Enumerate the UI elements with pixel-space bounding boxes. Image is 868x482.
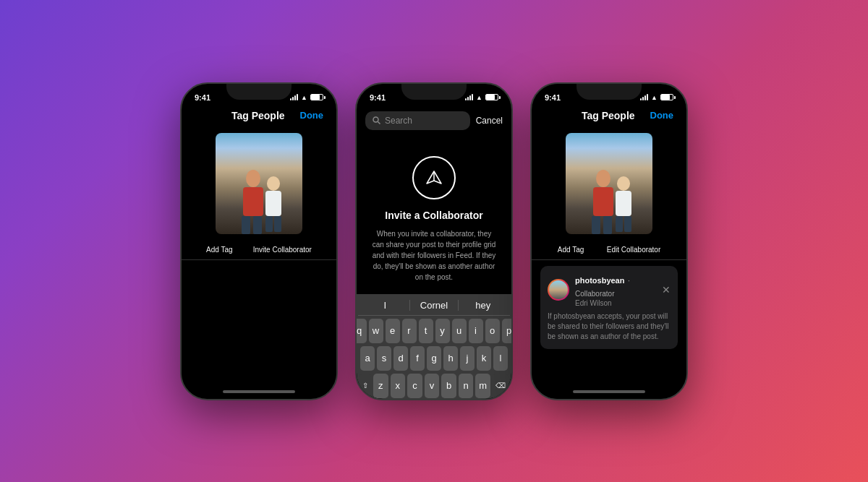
close-button[interactable]: ✕ — [662, 284, 671, 296]
search-input-wrap[interactable]: Search — [365, 111, 470, 130]
invite-collaborator-button-1[interactable]: Invite Collaborator — [253, 246, 312, 254]
svg-rect-6 — [265, 191, 281, 216]
content-area-1 — [182, 260, 336, 384]
key-h[interactable]: h — [443, 346, 458, 371]
nav-done-3[interactable]: Done — [650, 110, 674, 121]
key-n[interactable]: n — [459, 374, 474, 398]
search-bar: Search Cancel — [357, 107, 511, 134]
key-z[interactable]: z — [373, 374, 388, 398]
key-i[interactable]: i — [469, 319, 483, 343]
wifi-icon-3: ▲ — [651, 94, 658, 101]
svg-rect-8 — [274, 216, 281, 232]
svg-point-14 — [596, 170, 610, 187]
key-r[interactable]: r — [402, 319, 417, 343]
collab-avatar — [548, 279, 569, 301]
photo-people-svg — [216, 158, 302, 234]
key-row-1: q w e r t y u i o p — [358, 319, 510, 343]
svg-rect-7 — [265, 216, 273, 232]
svg-point-18 — [617, 176, 630, 191]
key-shift[interactable]: ⇧ — [359, 374, 371, 398]
status-icons-2: ▲ — [465, 94, 498, 101]
phone-1: 9:41 ▲ Tag People — [180, 82, 338, 400]
invite-collab-area: Invite a Collaborator When you invite a … — [357, 134, 511, 294]
key-row-3: ⇧ z x c v b n m ⌫ — [358, 374, 510, 398]
key-s[interactable]: s — [377, 346, 391, 371]
wifi-icon-1: ▲ — [301, 94, 307, 101]
photo-figures-3 — [566, 158, 652, 234]
phone-1-screen: 9:41 ▲ Tag People — [182, 84, 336, 399]
key-o[interactable]: o — [485, 319, 500, 343]
predictive-row: I Cornel hey — [358, 297, 510, 316]
send-icon — [424, 168, 444, 188]
status-time-2: 9:41 — [370, 93, 386, 102]
predict-word-1[interactable]: I — [361, 300, 409, 311]
key-delete[interactable]: ⌫ — [493, 374, 509, 398]
key-row-2: a s d f g h j k l — [358, 346, 510, 371]
key-t[interactable]: t — [419, 319, 433, 343]
wifi-icon-2: ▲ — [476, 94, 482, 101]
key-f[interactable]: f — [410, 346, 425, 371]
key-e[interactable]: e — [386, 319, 400, 343]
nav-bar-3: Tag People Done — [532, 107, 686, 127]
signal-icon-3 — [640, 95, 648, 100]
key-y[interactable]: y — [435, 319, 450, 343]
svg-rect-20 — [616, 216, 623, 232]
collab-name: Edri Wilson — [575, 299, 656, 307]
content-area-3 — [532, 355, 686, 384]
svg-rect-16 — [592, 216, 600, 234]
collaborator-card: photosbyean · Collaborator Edri Wilson ✕… — [540, 266, 678, 349]
svg-rect-3 — [242, 216, 250, 234]
key-v[interactable]: v — [425, 374, 440, 398]
photo-container-1 — [182, 127, 336, 240]
svg-rect-4 — [253, 216, 262, 234]
cancel-button[interactable]: Cancel — [476, 116, 503, 126]
photo-container-3 — [532, 127, 686, 240]
key-a[interactable]: a — [360, 346, 375, 371]
action-buttons-1: Add Tag Invite Collaborator — [182, 240, 336, 259]
nav-done-1[interactable]: Done — [300, 110, 324, 121]
search-placeholder: Search — [385, 116, 412, 126]
predict-word-3[interactable]: hey — [459, 300, 507, 311]
collab-card-header: photosbyean · Collaborator Edri Wilson ✕ — [548, 273, 671, 307]
home-bar-3 — [573, 390, 645, 393]
photo-figures-1 — [216, 158, 302, 234]
status-bar-3: 9:41 ▲ — [532, 84, 686, 107]
key-p[interactable]: p — [502, 319, 512, 343]
key-w[interactable]: w — [369, 319, 383, 343]
key-g[interactable]: g — [427, 346, 441, 371]
key-c[interactable]: c — [407, 374, 422, 398]
home-indicator-3 — [532, 384, 686, 399]
collab-description: If photosbyean accepts, your post will b… — [548, 311, 671, 342]
home-indicator-1 — [182, 384, 336, 399]
predict-word-2[interactable]: Cornel — [410, 300, 459, 311]
key-q[interactable]: q — [357, 319, 367, 343]
add-tag-button-3[interactable]: Add Tag — [558, 246, 584, 254]
svg-point-5 — [267, 176, 280, 191]
svg-rect-15 — [593, 187, 613, 216]
status-time-3: 9:41 — [545, 93, 561, 102]
key-u[interactable]: u — [452, 319, 467, 343]
status-icons-1: ▲ — [290, 94, 323, 101]
key-k[interactable]: k — [477, 346, 491, 371]
collab-info: photosbyean · Collaborator Edri Wilson — [575, 273, 656, 307]
photo-thumbnail-1 — [216, 133, 302, 234]
key-j[interactable]: j — [460, 346, 475, 371]
phone-3-screen: 9:41 ▲ Tag People — [532, 84, 686, 399]
battery-icon-3 — [660, 94, 673, 100]
invite-collab-description: When you invite a collaborator, they can… — [371, 228, 497, 283]
nav-bar-1: Tag People Done — [182, 107, 336, 127]
key-b[interactable]: b — [441, 374, 456, 398]
svg-point-9 — [373, 117, 378, 122]
phone-3: 9:41 ▲ Tag People — [530, 82, 688, 400]
status-bar-1: 9:41 ▲ — [182, 84, 336, 107]
battery-icon-2 — [485, 94, 498, 100]
key-l[interactable]: l — [493, 346, 508, 371]
key-x[interactable]: x — [391, 374, 406, 398]
key-d[interactable]: d — [393, 346, 408, 371]
edit-collaborator-button-3[interactable]: Edit Collaborator — [607, 246, 660, 254]
search-icon — [373, 116, 380, 124]
add-tag-button-1[interactable]: Add Tag — [206, 246, 233, 254]
battery-icon-1 — [310, 94, 323, 100]
key-m[interactable]: m — [475, 374, 490, 398]
signal-icon-2 — [465, 95, 473, 100]
